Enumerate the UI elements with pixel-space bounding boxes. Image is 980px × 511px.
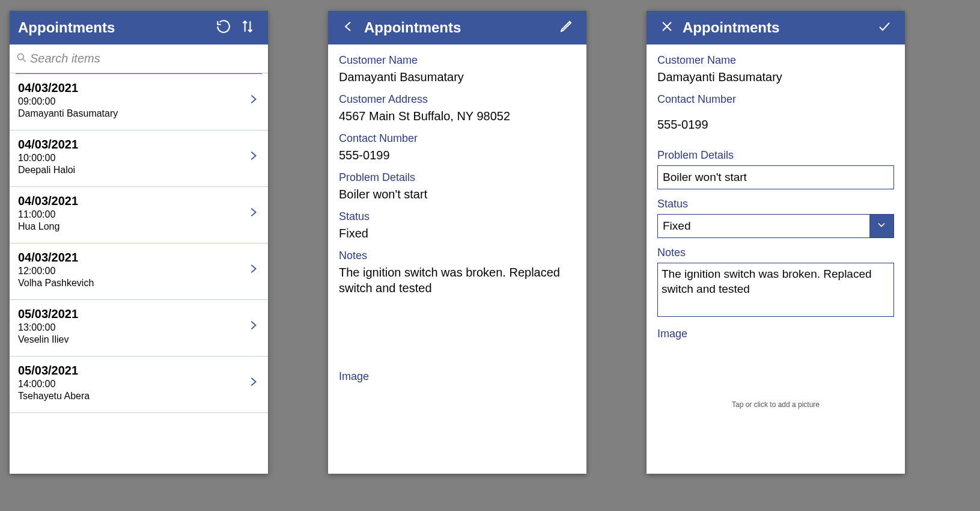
item-name: Damayanti Basumatary	[18, 108, 246, 119]
save-button[interactable]	[872, 16, 896, 40]
value-contact-number: 555-0199	[657, 117, 894, 132]
list-item[interactable]: 04/03/2021 11:00:00 Hua Long	[10, 187, 268, 243]
label-customer-name: Customer Name	[657, 54, 894, 67]
value-problem-details: Boiler won't start	[339, 186, 576, 202]
appointments-list[interactable]: 04/03/2021 09:00:00 Damayanti Basumatary…	[10, 74, 268, 474]
label-customer-name: Customer Name	[339, 54, 576, 67]
chevron-right-icon	[246, 317, 260, 336]
list-item[interactable]: 04/03/2021 10:00:00 Deepali Haloi	[10, 130, 268, 187]
cancel-button[interactable]	[655, 16, 679, 40]
label-status: Status	[339, 210, 576, 223]
notes-input[interactable]	[657, 263, 894, 317]
item-date: 04/03/2021	[18, 138, 246, 151]
edit-button[interactable]	[554, 16, 578, 40]
check-icon	[876, 19, 893, 36]
value-contact-number: 555-0199	[339, 147, 576, 163]
chevron-right-icon	[246, 373, 260, 393]
label-status: Status	[657, 198, 894, 210]
refresh-button[interactable]	[212, 16, 236, 40]
item-time: 10:00:00	[18, 153, 246, 164]
label-contact-number: Contact Number	[657, 93, 894, 106]
svg-point-0	[17, 54, 23, 60]
detail-header: Appointments	[328, 11, 586, 44]
edit-header: Appointments	[647, 11, 905, 44]
search-icon	[16, 52, 28, 66]
detail-body[interactable]: Customer Name Damayanti Basumatary Custo…	[328, 44, 586, 474]
problem-details-input[interactable]	[657, 165, 894, 189]
label-problem-details: Problem Details	[339, 171, 576, 184]
value-customer-address: 4567 Main St Buffalo, NY 98052	[339, 108, 576, 124]
browse-screen: Appointments	[10, 11, 268, 474]
item-date: 04/03/2021	[18, 194, 246, 208]
sort-button[interactable]	[236, 16, 260, 40]
item-time: 14:00:00	[18, 379, 246, 390]
chevron-left-icon	[341, 18, 356, 37]
item-name: Veselin Iliev	[18, 334, 246, 345]
header-title: Appointments	[683, 19, 872, 36]
label-contact-number: Contact Number	[339, 132, 576, 145]
item-name: Volha Pashkevich	[18, 278, 246, 289]
search-input[interactable]	[28, 48, 262, 69]
close-icon	[660, 19, 674, 36]
item-time: 09:00:00	[18, 96, 246, 107]
value-status: Fixed	[339, 225, 576, 241]
chevron-right-icon	[246, 204, 260, 223]
item-name: Hua Long	[18, 221, 246, 232]
image-picker[interactable]: Tap or click to add a picture	[657, 400, 894, 409]
detail-screen: Appointments Customer Name Damayanti Bas…	[328, 11, 586, 474]
sort-icon	[240, 19, 255, 37]
item-date: 04/03/2021	[18, 81, 246, 95]
item-date: 04/03/2021	[18, 251, 246, 265]
label-customer-address: Customer Address	[339, 93, 576, 106]
search-bar[interactable]	[10, 44, 268, 73]
value-customer-name: Damayanti Basumatary	[657, 69, 894, 85]
pencil-icon	[559, 19, 573, 36]
label-notes: Notes	[339, 249, 576, 262]
list-item[interactable]: 05/03/2021 13:00:00 Veselin Iliev	[10, 300, 268, 356]
chevron-right-icon	[246, 147, 260, 167]
dropdown-toggle[interactable]	[869, 215, 893, 237]
edit-body[interactable]: Customer Name Damayanti Basumatary Conta…	[647, 44, 905, 474]
browse-header: Appointments	[10, 11, 268, 44]
item-name: Tsehayetu Abera	[18, 391, 246, 402]
label-notes: Notes	[657, 246, 894, 259]
status-dropdown[interactable]: Fixed	[657, 214, 894, 238]
list-item[interactable]: 04/03/2021 09:00:00 Damayanti Basumatary	[10, 74, 268, 130]
list-item[interactable]: 04/03/2021 12:00:00 Volha Pashkevich	[10, 243, 268, 300]
item-date: 05/03/2021	[18, 364, 246, 378]
chevron-down-icon	[875, 219, 887, 233]
item-time: 11:00:00	[18, 209, 246, 220]
list-item[interactable]: 05/03/2021 14:00:00 Tsehayetu Abera	[10, 356, 268, 413]
status-value: Fixed	[658, 215, 869, 237]
label-image: Image	[339, 370, 576, 383]
item-time: 13:00:00	[18, 322, 246, 333]
value-customer-name: Damayanti Basumatary	[339, 69, 576, 85]
label-problem-details: Problem Details	[657, 149, 894, 162]
label-image: Image	[657, 328, 894, 340]
item-name: Deepali Haloi	[18, 165, 246, 176]
chevron-right-icon	[246, 91, 260, 110]
value-notes: The ignition switch was broken. Replaced…	[339, 265, 576, 296]
edit-screen: Appointments Customer Name Damayanti Bas…	[647, 11, 905, 474]
item-time: 12:00:00	[18, 266, 246, 277]
header-title: Appointments	[364, 19, 554, 36]
header-title: Appointments	[18, 19, 212, 36]
chevron-right-icon	[246, 260, 260, 280]
back-button[interactable]	[336, 16, 361, 40]
item-date: 05/03/2021	[18, 307, 246, 321]
refresh-icon	[216, 19, 231, 37]
